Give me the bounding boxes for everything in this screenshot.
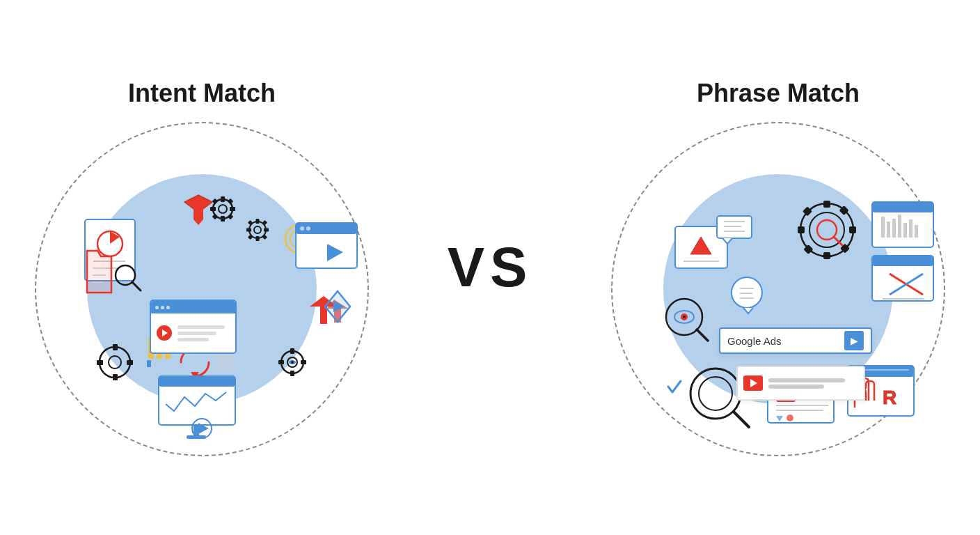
- svg-rect-98: [903, 223, 907, 238]
- search-bar-text: Google Ads: [727, 335, 844, 347]
- svg-rect-54: [113, 344, 118, 350]
- right-title: Phrase Match: [697, 79, 860, 108]
- svg-point-34: [306, 226, 310, 231]
- svg-rect-22: [246, 228, 251, 232]
- svg-rect-14: [212, 199, 218, 204]
- svg-line-110: [697, 329, 708, 341]
- right-illustration: + R Google Ads ▶: [611, 122, 945, 456]
- diamond-arrow-icon: [325, 291, 350, 322]
- left-illustration: [35, 122, 369, 456]
- left-video-body: [151, 313, 235, 352]
- svg-rect-102: [872, 256, 933, 266]
- svg-rect-43: [290, 348, 294, 354]
- left-video-play-btn: [157, 325, 172, 341]
- youtube-play-icon: [743, 375, 763, 391]
- svg-point-109: [683, 316, 686, 318]
- right-side: Phrase Match: [576, 0, 980, 535]
- svg-rect-57: [127, 360, 133, 365]
- svg-point-33: [300, 226, 304, 231]
- svg-point-9: [219, 205, 227, 213]
- svg-text:+: +: [909, 365, 915, 376]
- svg-rect-21: [256, 236, 260, 241]
- svg-rect-95: [887, 222, 890, 238]
- svg-rect-97: [898, 215, 901, 238]
- svg-rect-85: [823, 252, 830, 259]
- video-line-2: [768, 385, 824, 389]
- left-svg-icons: [35, 122, 369, 456]
- video-text-lines: [768, 378, 845, 389]
- svg-rect-93: [872, 202, 933, 212]
- svg-rect-84: [823, 201, 830, 208]
- svg-rect-61: [147, 360, 151, 367]
- svg-line-5: [132, 282, 141, 290]
- search-bar-button[interactable]: ▶: [844, 331, 864, 350]
- left-video-lines: [177, 325, 230, 341]
- svg-rect-12: [210, 207, 216, 211]
- svg-rect-86: [798, 226, 805, 233]
- bookmark-icon: [184, 195, 212, 225]
- svg-rect-11: [221, 216, 225, 222]
- svg-rect-63: [159, 376, 235, 387]
- gear-bl-icon: [97, 344, 133, 380]
- svg-rect-23: [264, 228, 269, 232]
- google-ads-logo-icon: [675, 216, 752, 268]
- svg-rect-87: [849, 226, 856, 233]
- svg-rect-44: [290, 371, 294, 376]
- svg-point-52: [100, 347, 130, 378]
- svg-text:R: R: [883, 387, 896, 408]
- svg-point-53: [109, 356, 121, 369]
- svg-rect-10: [221, 196, 225, 202]
- gear-icon-2: [246, 219, 269, 241]
- svg-rect-56: [97, 360, 103, 365]
- main-container: Intent Match: [0, 0, 980, 535]
- svg-rect-99: [909, 219, 912, 238]
- video-result-widget: [736, 366, 865, 401]
- vs-label: VS: [448, 235, 533, 300]
- svg-rect-32: [296, 223, 357, 234]
- svg-point-128: [787, 414, 793, 421]
- svg-point-116: [699, 377, 732, 410]
- gear-eye-icon: [278, 348, 306, 376]
- svg-rect-94: [881, 217, 885, 238]
- svg-rect-67: [187, 435, 206, 439]
- wrench-window-icon: [872, 256, 933, 301]
- checkmark-icon: [668, 381, 681, 392]
- vs-container: VS: [404, 0, 576, 535]
- svg-rect-17: [212, 214, 218, 219]
- svg-rect-46: [301, 360, 306, 364]
- large-gear-right-icon: [798, 201, 856, 259]
- svg-point-19: [254, 226, 261, 233]
- folder-doc-icon: [87, 251, 111, 293]
- video-line-1: [768, 378, 845, 382]
- svg-rect-7: [193, 206, 203, 219]
- left-side: Intent Match: [0, 0, 404, 535]
- svg-line-117: [734, 412, 749, 427]
- svg-rect-45: [278, 360, 284, 364]
- left-video-header: [151, 301, 235, 313]
- monitor-icon: [159, 376, 235, 439]
- left-title: Intent Match: [128, 79, 276, 108]
- svg-rect-66: [193, 425, 199, 435]
- right-svg-icons: + R: [611, 122, 945, 456]
- svg-rect-15: [228, 199, 233, 204]
- svg-point-18: [249, 222, 266, 238]
- svg-rect-20: [256, 219, 260, 224]
- svg-marker-69: [87, 251, 111, 293]
- browser-tr-icon: [296, 223, 357, 268]
- svg-rect-100: [915, 225, 918, 238]
- svg-rect-55: [113, 374, 118, 380]
- eye-search-icon: [666, 299, 708, 341]
- speech-bubble-icon: [732, 277, 762, 313]
- svg-point-42: [291, 361, 294, 364]
- svg-rect-16: [228, 214, 233, 219]
- svg-rect-13: [230, 207, 235, 211]
- browser-top-right-icon: [872, 202, 933, 247]
- search-bar-widget[interactable]: Google Ads ▶: [719, 327, 872, 354]
- svg-rect-96: [892, 219, 896, 238]
- left-video-widget: [150, 300, 237, 354]
- gear-icon-1: [210, 196, 235, 222]
